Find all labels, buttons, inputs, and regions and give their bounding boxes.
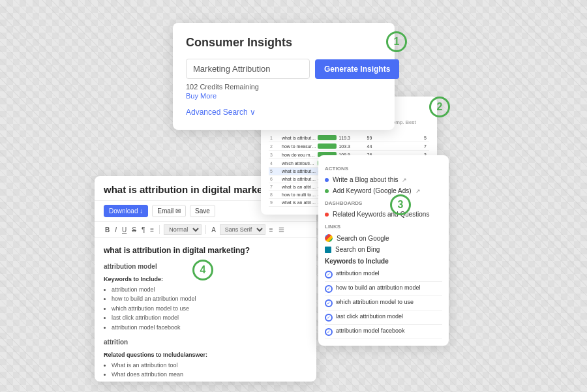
step-badge-3: 3 — [390, 194, 411, 215]
step-badge-1: 1 — [386, 31, 407, 52]
underline-button[interactable]: U — [121, 226, 128, 234]
action-dot-red — [325, 213, 329, 217]
save-button[interactable]: Save — [190, 205, 215, 217]
write-blog-label: Write a Blog about this — [333, 176, 398, 183]
check-icon — [325, 285, 333, 293]
toolbar-separator — [159, 225, 160, 234]
related-kw-label: Related Keywords and Questions — [333, 211, 429, 218]
keyword-text: how to build an attribution model — [336, 284, 421, 291]
google-logo-icon — [325, 234, 333, 242]
buy-more-link[interactable]: Buy More — [186, 92, 382, 100]
keywords-list-editor-1: attribution model how to build an attrib… — [104, 286, 307, 333]
add-keyword-label: Add Keyword (Google Ads) — [333, 187, 412, 194]
bing-logo-icon — [325, 247, 331, 253]
action-dot-green — [325, 189, 329, 193]
step-badge-4: 4 — [192, 260, 213, 280]
check-icon — [325, 314, 333, 322]
add-keyword-action[interactable]: Add Keyword (Google Ads) ↗ — [325, 185, 442, 196]
related-keywords-action[interactable]: Related Keywords and Questions — [325, 209, 442, 220]
keyword-item[interactable]: attribution model facebook — [325, 325, 442, 339]
download-button[interactable]: Download ↓ — [104, 205, 148, 217]
table-row[interactable]: 2 how to measure marketing attribution →… — [269, 142, 429, 151]
keyword-item[interactable]: last click attribution model — [325, 310, 442, 325]
table-row[interactable]: 1 what is attribution in digital marketi… — [269, 134, 429, 142]
format-toolbar: B I U S ¶ ≡ Normal H1 H2 A Sans Serif Se… — [95, 222, 316, 238]
text-align-btn[interactable]: ≡ — [268, 226, 275, 234]
write-blog-action[interactable]: Write a Blog about this ↗ — [325, 174, 442, 185]
card-title: Consumer Insights — [186, 36, 382, 50]
keyword-text: last click attribution model — [336, 313, 403, 320]
check-icon — [325, 328, 333, 336]
advanced-search-toggle[interactable]: Advanced Search ∨ — [186, 108, 382, 117]
credits-text: 102 Credits Remaining — [186, 83, 382, 91]
keywords-include-section: Keywords to Include attribution model ho… — [325, 258, 442, 339]
format-option-2[interactable]: ≡ — [149, 226, 155, 234]
bold-button[interactable]: B — [104, 226, 111, 234]
keywords-list: attribution model how to build an attrib… — [325, 267, 442, 339]
keyword-text: which attribution model to use — [336, 299, 414, 305]
keyword-text: attribution model facebook — [336, 327, 405, 334]
section-heading-2: attrition — [104, 337, 307, 347]
actions-card: ACTIONS Write a Blog about this ↗ Add Ke… — [318, 155, 449, 346]
step-badge-2: 2 — [429, 97, 450, 117]
font-size-btn[interactable]: A — [210, 226, 217, 234]
search-input[interactable] — [186, 59, 310, 79]
strikethrough-button[interactable]: S — [130, 226, 138, 234]
check-icon — [325, 271, 333, 279]
keyword-item[interactable]: attribution model — [325, 267, 442, 282]
dashboards-label: DASHBOARDS — [325, 200, 442, 206]
links-label: LINKS — [325, 224, 442, 230]
search-bing-action[interactable]: Search on Bing — [325, 244, 442, 255]
action-dot-blue — [325, 178, 329, 182]
font-family-select[interactable]: Sans Serif Serif — [220, 224, 265, 235]
related-questions-label: Related questions to Include/answer: — [104, 351, 307, 360]
related-questions-list: What is an attribution tool What does at… — [104, 361, 307, 380]
list-btn[interactable]: ☰ — [277, 226, 286, 234]
email-button[interactable]: Email ✉ — [152, 205, 186, 217]
search-bing-label: Search on Bing — [335, 246, 380, 253]
toolbar-separator-2 — [205, 225, 206, 234]
keyword-text: attribution model — [336, 270, 380, 277]
keyword-item[interactable]: which attribution model to use — [325, 296, 442, 310]
keyword-item[interactable]: how to build an attribution model — [325, 282, 442, 296]
actions-label: ACTIONS — [325, 166, 442, 172]
format-option[interactable]: ¶ — [140, 226, 146, 234]
check-icon — [325, 299, 333, 307]
generate-button[interactable]: Generate Insights — [315, 59, 399, 79]
content-h1: what is attribution in digital marketing… — [104, 245, 307, 256]
search-google-label: Search on Google — [337, 235, 389, 242]
search-google-action[interactable]: Search on Google — [325, 232, 442, 244]
font-style-select[interactable]: Normal H1 H2 — [164, 224, 202, 235]
consumer-insights-card: Consumer Insights Generate Insights 102 … — [173, 23, 395, 130]
search-row: Generate Insights — [186, 59, 382, 79]
italic-button[interactable]: I — [113, 226, 118, 234]
keywords-include-title: Keywords to Include — [325, 258, 442, 265]
